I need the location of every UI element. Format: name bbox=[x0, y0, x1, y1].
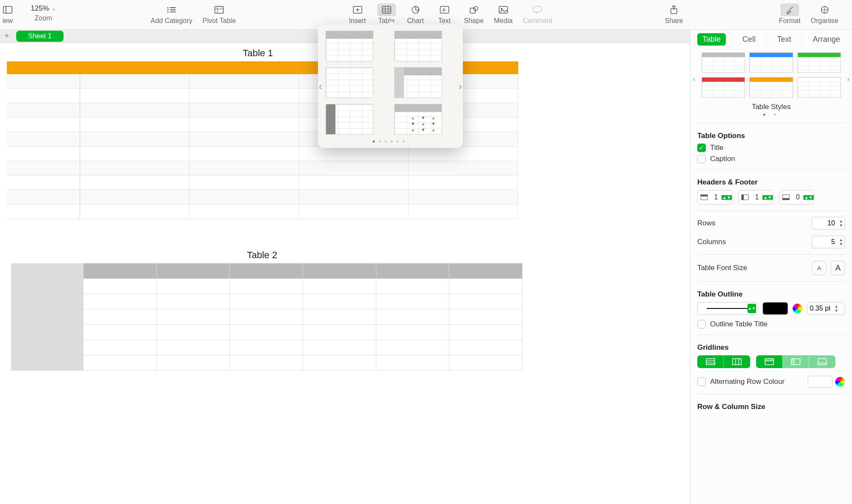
table-style-thumb[interactable]: ▲▼▲ ▼▲▼ ▲▼▲ bbox=[394, 104, 442, 135]
tab-text[interactable]: Text bbox=[772, 33, 796, 46]
outline-width-input[interactable]: ▲▼ bbox=[807, 302, 845, 315]
outline-line-style[interactable]: ▲▼ bbox=[697, 302, 758, 315]
table-style-thumb[interactable] bbox=[394, 67, 442, 98]
alt-row-checkbox[interactable] bbox=[697, 377, 706, 386]
style-thumb[interactable] bbox=[749, 52, 793, 73]
shape-button[interactable]: Shape bbox=[464, 3, 484, 25]
color-picker-icon[interactable] bbox=[792, 303, 803, 314]
svg-rect-0 bbox=[3, 6, 12, 13]
header-rows-value: 1 bbox=[710, 193, 722, 201]
outline-title-checkbox[interactable] bbox=[697, 320, 706, 328]
table-styles-label: Table Styles bbox=[697, 103, 845, 111]
columns-label: Columns bbox=[697, 238, 726, 246]
stepper-icon[interactable]: ▲▼ bbox=[762, 195, 773, 200]
gridline-header-v-button[interactable] bbox=[783, 355, 809, 368]
pivot-table-button[interactable]: + Pivot Table bbox=[202, 3, 236, 25]
tab-cell[interactable]: Cell bbox=[737, 33, 761, 46]
media-icon bbox=[494, 3, 513, 16]
outline-color-well[interactable] bbox=[762, 302, 788, 315]
rows-field[interactable] bbox=[812, 219, 838, 227]
svg-rect-27 bbox=[533, 6, 542, 12]
table-style-thumb[interactable] bbox=[326, 104, 373, 135]
list-icon bbox=[162, 3, 181, 16]
shape-icon bbox=[465, 3, 483, 16]
style-thumb[interactable] bbox=[749, 77, 793, 98]
style-next-icon[interactable]: › bbox=[847, 75, 849, 83]
alt-row-color-well[interactable] bbox=[808, 376, 832, 388]
style-prev-icon[interactable]: ‹ bbox=[693, 75, 695, 83]
stepper-icon[interactable]: ▲▼ bbox=[838, 219, 845, 228]
footer-rows-stepper[interactable]: 0 ▲▼ bbox=[779, 190, 814, 204]
table2-title[interactable]: Table 2 bbox=[0, 250, 524, 261]
outline-width-field[interactable] bbox=[807, 305, 833, 312]
gridline-footer-button[interactable] bbox=[809, 355, 835, 368]
style-page-dots[interactable]: ● ● bbox=[697, 112, 845, 117]
outline-title-label: Outline Table Title bbox=[710, 320, 768, 328]
zoom-control[interactable]: 125% ⌄ Zoom bbox=[27, 3, 59, 22]
columns-field[interactable] bbox=[812, 238, 838, 246]
tab-arrange[interactable]: Arrange bbox=[808, 33, 845, 46]
text-label: Text bbox=[438, 17, 451, 25]
header-col-icon bbox=[739, 194, 751, 200]
header-cols-stepper[interactable]: 1 ▲▼ bbox=[738, 190, 773, 204]
chart-button[interactable]: Chart bbox=[406, 3, 425, 25]
table-style-thumb[interactable] bbox=[394, 31, 442, 61]
gridlines-title: Gridlines bbox=[697, 343, 845, 352]
style-thumb[interactable] bbox=[702, 77, 745, 98]
add-category-button[interactable]: Add Category bbox=[150, 3, 192, 25]
media-button[interactable]: Media bbox=[494, 3, 513, 25]
svg-point-24 bbox=[474, 6, 478, 11]
table2-header[interactable] bbox=[11, 263, 523, 279]
title-checkbox[interactable]: ✓ bbox=[697, 144, 706, 152]
footer-row-icon bbox=[780, 194, 792, 200]
headers-footer-title: Headers & Footer bbox=[697, 178, 845, 187]
view-button[interactable]: iew bbox=[0, 3, 17, 25]
svg-rect-51 bbox=[818, 359, 826, 365]
gridline-v-button[interactable] bbox=[724, 355, 750, 368]
share-label: Share bbox=[665, 17, 683, 25]
font-size-label: Table Font Size bbox=[697, 264, 747, 272]
table-icon bbox=[377, 3, 396, 16]
gridline-header-h-button[interactable] bbox=[756, 355, 783, 368]
popover-prev-button[interactable]: ‹ bbox=[319, 81, 322, 92]
tab-table[interactable]: Table bbox=[697, 33, 726, 46]
stepper-icon[interactable]: ▲▼ bbox=[833, 304, 840, 313]
svg-point-4 bbox=[168, 9, 169, 10]
comment-button: Comment bbox=[523, 3, 552, 25]
font-smaller-button[interactable]: A bbox=[812, 261, 826, 275]
rows-input[interactable]: ▲▼ bbox=[812, 217, 845, 230]
stepper-icon[interactable]: ▲▼ bbox=[722, 195, 732, 200]
text-button[interactable]: A Text bbox=[435, 3, 454, 25]
color-picker-icon[interactable] bbox=[835, 377, 845, 387]
organise-button[interactable]: Organise bbox=[811, 3, 838, 25]
svg-rect-8 bbox=[215, 6, 223, 13]
popover-page-dots[interactable]: ●●●●●● bbox=[326, 139, 455, 144]
columns-input[interactable]: ▲▼ bbox=[812, 236, 845, 248]
insert-button[interactable]: Insert bbox=[348, 3, 367, 25]
table-style-thumb[interactable] bbox=[326, 67, 373, 98]
comment-icon bbox=[528, 3, 547, 16]
svg-rect-39 bbox=[706, 359, 715, 365]
popover-next-button[interactable]: › bbox=[459, 81, 462, 92]
caption-checkbox[interactable] bbox=[697, 155, 706, 163]
style-thumb[interactable] bbox=[702, 52, 745, 73]
header-rows-stepper[interactable]: 1 ▲▼ bbox=[697, 190, 732, 204]
table-style-thumb[interactable] bbox=[326, 31, 373, 61]
share-button[interactable]: Share bbox=[664, 3, 683, 25]
brush-icon bbox=[780, 3, 799, 16]
svg-rect-38 bbox=[783, 198, 789, 200]
stepper-icon[interactable]: ▲▼ bbox=[838, 238, 845, 246]
media-label: Media bbox=[494, 17, 513, 25]
style-thumb[interactable] bbox=[797, 77, 841, 98]
add-category-label: Add Category bbox=[150, 17, 192, 25]
footer-rows-value: 0 bbox=[792, 193, 803, 201]
table2[interactable] bbox=[11, 263, 523, 371]
gridline-h-button[interactable] bbox=[697, 355, 724, 368]
style-thumb[interactable] bbox=[797, 52, 841, 73]
format-button[interactable]: Format bbox=[779, 3, 800, 25]
add-sheet-button[interactable]: + bbox=[0, 30, 14, 43]
stepper-icon[interactable]: ▲▼ bbox=[803, 195, 814, 200]
font-larger-button[interactable]: A bbox=[831, 261, 845, 275]
sheet-tab[interactable]: Sheet 1 bbox=[16, 31, 64, 42]
comment-label: Comment bbox=[523, 17, 552, 25]
